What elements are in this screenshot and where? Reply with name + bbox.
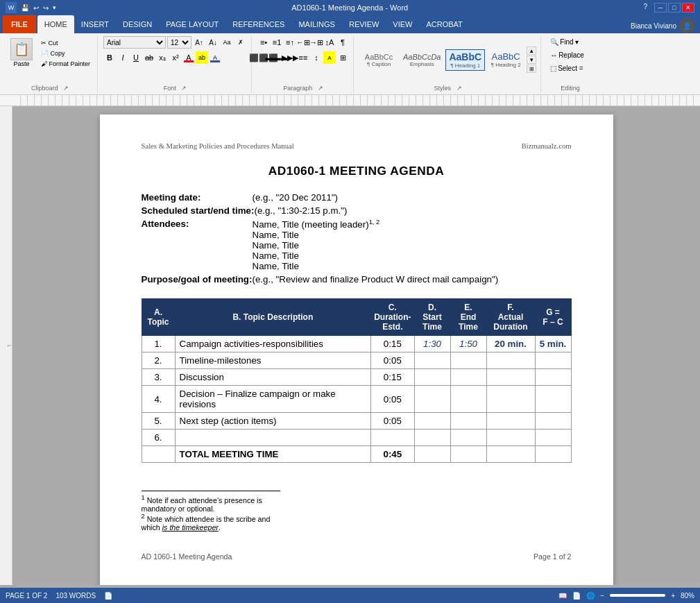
style-caption[interactable]: AaBbCc ¶ Caption	[359, 51, 398, 69]
th-a: A.Topic	[142, 299, 175, 336]
th-c: C.Duration-Estd.	[371, 299, 414, 336]
tab-insert[interactable]: INSERT	[74, 15, 116, 33]
scheduled-value: (e.g., "1:30-2:15 p.m.")	[254, 205, 347, 216]
font-family-select[interactable]: Arial	[103, 36, 166, 49]
styles-up-btn[interactable]: ▲	[527, 46, 536, 55]
cell-6-g	[535, 430, 571, 446]
tab-view[interactable]: VIEW	[386, 15, 419, 33]
agenda-table: A.Topic B. Topic Description C.Duration-…	[142, 298, 572, 463]
cell-1-e: 1:50	[450, 336, 486, 353]
tab-review[interactable]: REVIEW	[342, 15, 386, 33]
attendee-3: Name, Title	[253, 250, 380, 261]
title-bar: W 💾 ↩ ↪ ▾ AD1060-1 Meeting Agenda - Word…	[0, 0, 700, 15]
superscript-btn[interactable]: x²	[169, 51, 182, 64]
info-purpose-row: Purpose/goal of meeting: (e.g., "Review …	[142, 274, 572, 284]
total-a	[142, 446, 175, 463]
cell-6-d	[414, 430, 450, 446]
borders-btn[interactable]: ⊞	[336, 51, 349, 64]
cell-4-a: 4.	[142, 386, 175, 413]
bold-btn[interactable]: B	[103, 51, 116, 64]
ruler	[0, 95, 700, 106]
style-heading1[interactable]: AaBbC ¶ Heading 1	[445, 49, 485, 71]
styles-more-btn[interactable]: ⊞	[527, 65, 536, 73]
format-painter-button[interactable]: 🖌 Format Painter	[38, 59, 93, 69]
font-color-btn[interactable]: A	[209, 51, 221, 64]
show-marks-btn[interactable]: ¶	[336, 36, 349, 49]
table-total-row: TOTAL MEETING TIME 0:45	[142, 446, 571, 463]
maximize-btn[interactable]: □	[668, 3, 681, 12]
group-paragraph: ≡• ≡1 ≡↑ ←⊞ →⊞ ↕A ¶ ⬛⬛⬛ ▬▬▬ ▶▶▶ ≡≡ ↕ A ⊞	[253, 36, 354, 93]
strikethrough-btn[interactable]: ab	[143, 51, 155, 64]
customize-arrow[interactable]: ▾	[53, 4, 56, 11]
style-heading1-label: ¶ Heading 1	[450, 62, 480, 69]
tab-home[interactable]: HOME	[37, 15, 74, 33]
change-case-btn[interactable]: Aa	[221, 36, 233, 49]
ribbon: FILE HOME INSERT DESIGN PAGE LAYOUT REFE…	[0, 15, 700, 95]
shading-btn[interactable]: A	[323, 51, 336, 64]
shrink-font-btn[interactable]: A↓	[207, 36, 219, 49]
paragraph-label: Paragraph ↗	[253, 85, 353, 92]
decrease-indent-btn[interactable]: ←⊞	[297, 36, 309, 49]
style-heading2[interactable]: AaBbC ¶ Heading 2	[486, 49, 525, 70]
increase-indent-btn[interactable]: →⊞	[310, 36, 323, 49]
quick-access-undo[interactable]: ↩	[33, 4, 39, 12]
underline-btn[interactable]: U	[130, 51, 142, 64]
tab-mailings[interactable]: MAILINGS	[291, 15, 342, 33]
cell-5-a: 5.	[142, 413, 175, 430]
paste-button[interactable]: 📋 Paste	[7, 36, 36, 69]
subscript-btn[interactable]: x₂	[156, 51, 169, 64]
style-heading1-preview: AaBbC	[449, 51, 481, 62]
style-emphasis-preview: AaBbCcDa	[403, 53, 441, 61]
cell-4-e	[450, 386, 486, 413]
th-e: E.EndTime	[450, 299, 486, 336]
tab-design[interactable]: DESIGN	[116, 15, 159, 33]
close-btn[interactable]: ✕	[682, 3, 694, 12]
doc-area: 1234567 Sales & Marketing Policies and P…	[0, 106, 700, 585]
style-emphasis[interactable]: AaBbCcDa Emphasis	[400, 51, 444, 69]
tab-acrobat[interactable]: ACROBAT	[419, 15, 469, 33]
line-spacing-btn[interactable]: ↕	[310, 51, 323, 64]
align-right-btn[interactable]: ▶▶▶	[284, 51, 296, 64]
cut-button[interactable]: ✂ Cut	[38, 38, 93, 48]
footer-right: Page 1 of 2	[533, 552, 572, 561]
total-c: 0:45	[371, 446, 414, 463]
cell-1-f: 20 min.	[486, 336, 535, 353]
tab-page-layout[interactable]: PAGE LAYOUT	[159, 15, 225, 33]
replace-btn[interactable]: ↔ Replace	[547, 49, 588, 61]
find-btn[interactable]: 🔍 Find ▾	[547, 36, 581, 48]
styles-down-btn[interactable]: ▼	[527, 56, 536, 64]
styles-scroll: ▲ ▼ ⊞	[527, 46, 536, 73]
info-attendees-row: Attendees: Name, Title (meeting leader)1…	[142, 219, 572, 271]
attendee-4: Name, Title	[253, 261, 380, 271]
text-color-btn[interactable]: A	[182, 51, 195, 64]
multilevel-btn[interactable]: ≡↑	[284, 36, 296, 49]
group-editing: 🔍 Find ▾ ↔ Replace ⬚ Select = Editing	[543, 36, 598, 93]
cell-5-e	[450, 413, 486, 430]
group-font: Arial 12 A↑ A↓ Aa ✗ B I U ab x₂ x²	[99, 36, 252, 93]
select-btn[interactable]: ⬚ Select =	[547, 62, 586, 74]
cell-4-f	[486, 386, 535, 413]
tab-references[interactable]: REFERENCES	[225, 15, 291, 33]
style-emphasis-label: Emphasis	[410, 61, 434, 67]
copy-button[interactable]: 📄 Copy	[38, 49, 93, 58]
italic-btn[interactable]: I	[117, 51, 129, 64]
cell-1-d: 1:30	[414, 336, 450, 353]
attendee-2: Name, Title	[253, 240, 380, 250]
highlight-btn[interactable]: ab	[196, 51, 208, 64]
sort-btn[interactable]: ↕A	[323, 36, 336, 49]
font-size-select[interactable]: 12	[167, 36, 191, 49]
quick-access-redo[interactable]: ↪	[43, 4, 49, 12]
tab-file[interactable]: FILE	[3, 15, 36, 33]
bullets-btn[interactable]: ≡•	[257, 36, 270, 49]
minimize-btn[interactable]: ─	[654, 3, 667, 12]
quick-access-save[interactable]: 💾	[21, 4, 29, 12]
user-badge: Bianca Viviano 👤	[631, 18, 700, 33]
justify-btn[interactable]: ≡≡	[297, 51, 309, 64]
cell-6-f	[486, 430, 535, 446]
footnote-2: 2 Note which attendee is the scribe and …	[142, 513, 280, 532]
clear-format-btn[interactable]: ✗	[234, 36, 247, 49]
cell-3-b: Discussion	[175, 369, 371, 386]
grow-font-btn[interactable]: A↑	[193, 36, 205, 49]
help-btn[interactable]: ?	[643, 3, 647, 12]
numbering-btn[interactable]: ≡1	[271, 36, 283, 49]
